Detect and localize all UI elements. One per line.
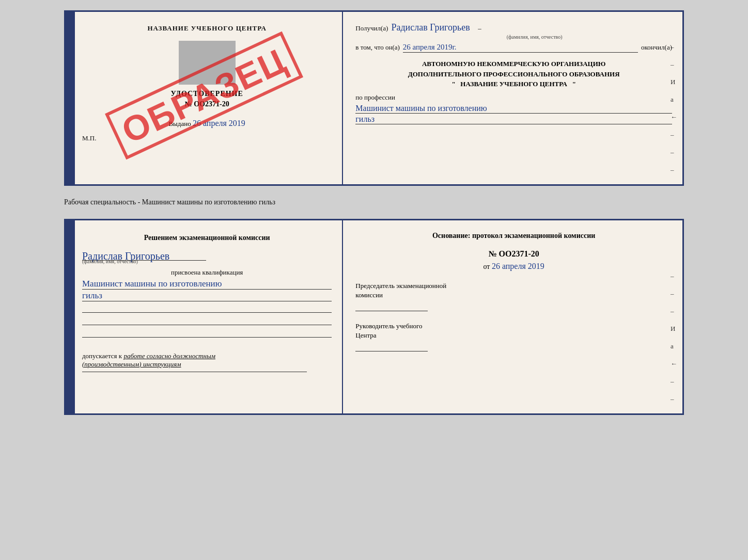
basis-title: Основание: протокол экзаменационной коми… (355, 231, 672, 241)
decision-title: Решением экзаменационной комиссии (82, 233, 332, 243)
bottom-certificate-card: Решением экзаменационной комиссии Радисл… (64, 219, 684, 415)
school-name-title: НАЗВАНИЕ УЧЕБНОГО ЦЕНТРА (82, 24, 332, 33)
head-label: Руководитель учебного Центра (355, 322, 672, 340)
photo-placeholder (179, 41, 236, 85)
protocol-date: от 26 апреля 2019 (355, 262, 672, 271)
date-line: в том, что он(а) 26 апреля 2019г. окончи… (355, 43, 672, 53)
bottom-right-panel: Основание: протокол экзаменационной коми… (343, 220, 682, 413)
allowed-prefix: допускается к (82, 352, 122, 360)
received-line: Получил(а) Радислав Григорьев – (355, 22, 672, 33)
cert-issued: Выдано 26 апреля 2019 (82, 119, 332, 128)
profession-value1: Машинист машины по изготовлению (355, 104, 672, 114)
qualification1: Машинист машины по изготовлению (82, 279, 332, 290)
head-sign-line (355, 342, 428, 351)
page-wrapper: НАЗВАНИЕ УЧЕБНОГО ЦЕНТРА УДОСТОВЕРЕНИЕ №… (10, 10, 738, 415)
issued-date: 26 апреля 2019 (193, 119, 245, 127)
allowed-text: допускается к работе согласно должностны… (82, 352, 332, 369)
qualification2: гильз (82, 291, 332, 301)
date-value: 26 апреля 2019г. (403, 43, 638, 53)
top-left-panel: НАЗВАНИЕ УЧЕБНОГО ЦЕНТРА УДОСТОВЕРЕНИЕ №… (66, 12, 343, 184)
bottom-left-panel: Решением экзаменационной комиссии Радисл… (66, 220, 343, 413)
finished-label: окончил(а) (641, 43, 672, 52)
chairman-label: Председатель экзаменационной комиссии (355, 281, 672, 300)
extra-lines (82, 305, 332, 338)
profession-value2: гильз (355, 115, 672, 124)
head-block: Руководитель учебного Центра (355, 322, 672, 351)
date-prefix-label: от (483, 263, 490, 270)
chairman-sign-line (355, 302, 428, 311)
received-label: Получил(а) (355, 24, 388, 33)
top-right-panel: Получил(а) Радислав Григорьев – (фамилия… (343, 12, 682, 184)
recipient-name: Радислав Григорьев – (391, 22, 481, 33)
chairman-block: Председатель экзаменационной комиссии (355, 281, 672, 311)
mp-label: М.П. (82, 134, 332, 142)
org-block: АВТОНОМНУЮ НЕКОММЕРЧЕСКУЮ ОРГАНИЗАЦИЮ ДО… (355, 59, 672, 89)
right-margin-dashes: – – И а ← – – – (671, 43, 677, 174)
bottom-right-margin-dashes: – – – И а ← – – – (671, 272, 677, 415)
protocol-date-value: 26 апреля 2019 (492, 262, 544, 270)
cert-label: УДОСТОВЕРЕНИЕ (82, 90, 332, 98)
separator-text: Рабочая специальность - Машинист машины … (64, 195, 684, 210)
profession-prefix: по профессии (355, 93, 672, 102)
issued-label: Выдано (168, 120, 191, 127)
cert-number: № OO2371-20 (82, 100, 332, 108)
date-prefix: в том, что он(а) (355, 43, 400, 52)
recipient-sub: (фамилия, имя, отчество) (397, 34, 672, 40)
assigned-label: присвоена квалификация (82, 268, 332, 277)
protocol-number: № OO2371-20 (355, 249, 672, 259)
top-certificate-card: НАЗВАНИЕ УЧЕБНОГО ЦЕНТРА УДОСТОВЕРЕНИЕ №… (64, 10, 684, 186)
